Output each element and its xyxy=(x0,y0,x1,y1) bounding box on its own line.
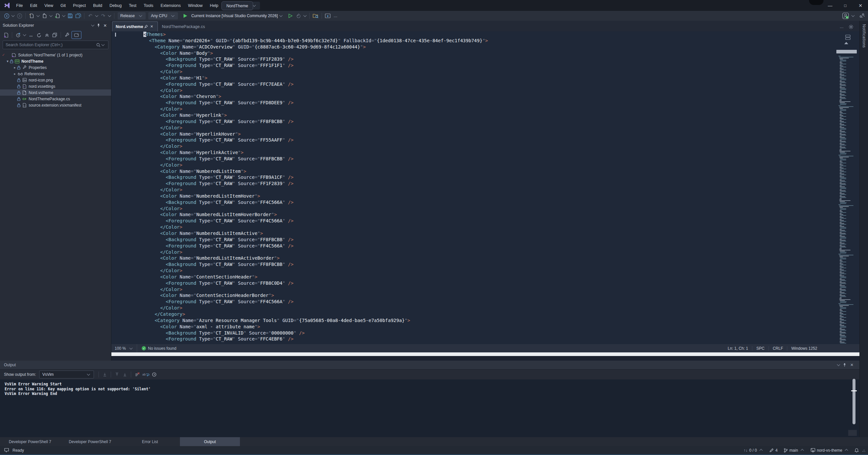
preview-selected-toggle[interactable] xyxy=(71,31,82,39)
output-options-chevron-icon[interactable] xyxy=(837,363,840,366)
undo-icon[interactable]: ↶ xyxy=(86,12,94,20)
menu-extensions[interactable]: Extensions xyxy=(157,3,184,8)
zoom-dropdown[interactable]: 100 % xyxy=(112,344,137,352)
expanded-arrow-icon[interactable]: ▾ xyxy=(5,59,10,63)
menu-edit[interactable]: Edit xyxy=(26,3,41,8)
bottom-tab-developer-powershell-7-0[interactable]: Developer PowerShell 7 xyxy=(0,437,60,446)
close-panel-icon[interactable]: ✕ xyxy=(102,22,108,29)
toolbar-overflow-icon[interactable]: … xyxy=(332,12,340,20)
editor-settings-gear-icon[interactable] xyxy=(847,23,855,31)
output-pin-icon[interactable] xyxy=(841,361,848,369)
bottom-tab-error-list-2[interactable]: Error List xyxy=(120,437,180,446)
document-health-indicator[interactable]: ✓ No issues found xyxy=(142,346,176,351)
tree-item-nordtheme[interactable]: ▾C#NordTheme xyxy=(0,58,111,64)
code-editor[interactable]: <Themes> <Theme Name="nord2026+" GUID="{… xyxy=(112,31,836,344)
add-item-chevron-icon[interactable] xyxy=(62,14,66,17)
minimize-button[interactable]: — xyxy=(823,0,838,11)
navigate-back-icon[interactable] xyxy=(3,12,10,20)
menu-test[interactable]: Test xyxy=(125,3,140,8)
switch-views-icon[interactable] xyxy=(2,31,10,39)
save-all-icon[interactable] xyxy=(74,12,82,20)
pin-icon[interactable] xyxy=(95,22,102,29)
configuration-dropdown[interactable]: Release xyxy=(118,12,146,20)
line-endings[interactable]: CRLF xyxy=(769,346,787,351)
split-window-icon[interactable] xyxy=(845,35,851,40)
account-chevron-icon[interactable] xyxy=(851,14,855,17)
previous-message-icon[interactable] xyxy=(113,371,121,378)
file-encoding[interactable]: Windows 1252 xyxy=(787,346,821,351)
startup-chevron-icon[interactable] xyxy=(279,14,283,17)
find-in-files-icon[interactable] xyxy=(312,12,320,20)
tree-item-source.extension.vsixmanifest[interactable]: source.extension.vsixmanifest xyxy=(0,102,111,108)
repo-selector[interactable]: nord-vs-theme xyxy=(809,448,851,453)
account-icon[interactable] xyxy=(841,12,850,20)
tree-item-nordthemepackage.cs[interactable]: C#NordThemePackage.cs xyxy=(0,96,111,102)
editor-tab-nordthemepackage-cs[interactable]: NordThemePackage.cs xyxy=(158,22,208,31)
minimap[interactable] xyxy=(837,50,856,343)
startup-project-label[interactable]: Current Instance [Visual Studio Communit… xyxy=(191,13,278,18)
output-source-dropdown[interactable]: VsVim xyxy=(39,371,94,378)
pending-edits-indicator[interactable]: 4 xyxy=(768,448,780,453)
word-wrap-icon[interactable]: ab xyxy=(141,371,150,378)
close-button[interactable]: ✕ xyxy=(853,0,868,11)
tab-close-icon[interactable]: ✕ xyxy=(149,24,154,29)
open-file-chevron-icon[interactable] xyxy=(50,14,53,17)
navigate-forward-icon[interactable] xyxy=(16,12,23,20)
document-actions-icon[interactable]: … xyxy=(837,23,847,31)
start-debug-icon[interactable] xyxy=(181,12,189,20)
menu-window[interactable]: Window xyxy=(184,3,206,8)
resize-grip[interactable] xyxy=(862,449,865,452)
editor-output-splitter[interactable] xyxy=(112,352,860,356)
notifications-tab[interactable]: Notifications xyxy=(862,24,866,48)
menu-file[interactable]: File xyxy=(12,3,26,8)
timestamps-clock-icon[interactable] xyxy=(150,371,158,378)
collapsed-arrow-icon[interactable]: ▸ xyxy=(12,66,17,69)
pending-changes-filter-icon[interactable] xyxy=(14,31,22,39)
properties-wrench-icon[interactable] xyxy=(63,31,71,39)
minimap-scroll-up-icon[interactable] xyxy=(844,42,848,44)
panel-options-chevron-icon[interactable] xyxy=(91,23,95,27)
bottom-tab-output-3[interactable]: Output xyxy=(180,437,240,446)
hot-reload-chevron-icon[interactable] xyxy=(304,14,307,17)
new-file-icon[interactable] xyxy=(28,12,36,20)
bottom-tab-developer-powershell-7-1[interactable]: Developer PowerShell 7 xyxy=(60,437,120,446)
sync-with-active-document-icon[interactable]: ↔ xyxy=(27,31,35,39)
background-tasks-icon[interactable] xyxy=(3,447,10,454)
platform-dropdown[interactable]: Any CPU xyxy=(148,12,178,20)
live-share-icon[interactable] xyxy=(858,12,866,20)
find-message-icon[interactable] xyxy=(101,371,109,378)
output-close-icon[interactable]: ✕ xyxy=(848,361,856,369)
save-icon[interactable] xyxy=(66,12,74,20)
hot-reload-icon[interactable] xyxy=(294,12,303,20)
menu-help[interactable]: Help xyxy=(206,3,222,8)
tree-item-nord.vstheme[interactable]: Nord.vstheme xyxy=(0,89,111,96)
notifications-bell-icon[interactable] xyxy=(853,447,860,454)
start-without-debug-icon[interactable] xyxy=(287,12,294,20)
add-item-icon[interactable] xyxy=(53,12,61,20)
open-file-icon[interactable] xyxy=(40,12,49,20)
next-message-icon[interactable] xyxy=(121,371,129,378)
clear-all-icon[interactable] xyxy=(133,371,141,378)
menu-debug[interactable]: Debug xyxy=(106,3,125,8)
minimap-viewport[interactable] xyxy=(836,50,857,53)
web-preview-icon[interactable] xyxy=(324,12,332,20)
collapsed-arrow-icon[interactable]: ▸ xyxy=(12,72,17,76)
indent-mode[interactable]: SPC xyxy=(752,346,769,351)
collapse-all-icon[interactable] xyxy=(43,31,51,39)
solution-explorer-search[interactable]: Search Solution Explorer (Ctrl+;) xyxy=(3,40,108,49)
tree-item-nord.vssettings[interactable]: nord.vssettings xyxy=(0,83,111,89)
cursor-position[interactable]: Ln: 1, Ch: 1 xyxy=(724,346,752,351)
editor-tab-nord-vstheme[interactable]: Nord.vstheme✕ xyxy=(112,22,158,31)
show-all-files-icon[interactable] xyxy=(51,31,59,39)
filter-chevron-icon[interactable] xyxy=(23,33,26,36)
tree-item-solution-nordtheme-1-of-1-project-[interactable]: ✓Solution 'NordTheme' (1 of 1 project) xyxy=(0,52,111,58)
maximize-button[interactable]: □ xyxy=(838,0,853,11)
error-navigation[interactable]: ↑↓ 0 / 0 xyxy=(742,448,766,453)
menu-build[interactable]: Build xyxy=(89,3,106,8)
tree-item-nord-icon.png[interactable]: nord-icon.png xyxy=(0,77,111,83)
tree-item-properties[interactable]: ▸Properties xyxy=(0,64,111,70)
menu-tools[interactable]: Tools xyxy=(140,3,157,8)
output-scrollbar-thumb[interactable] xyxy=(852,379,856,424)
menu-project[interactable]: Project xyxy=(69,3,90,8)
tab-pin-icon[interactable] xyxy=(143,24,149,30)
